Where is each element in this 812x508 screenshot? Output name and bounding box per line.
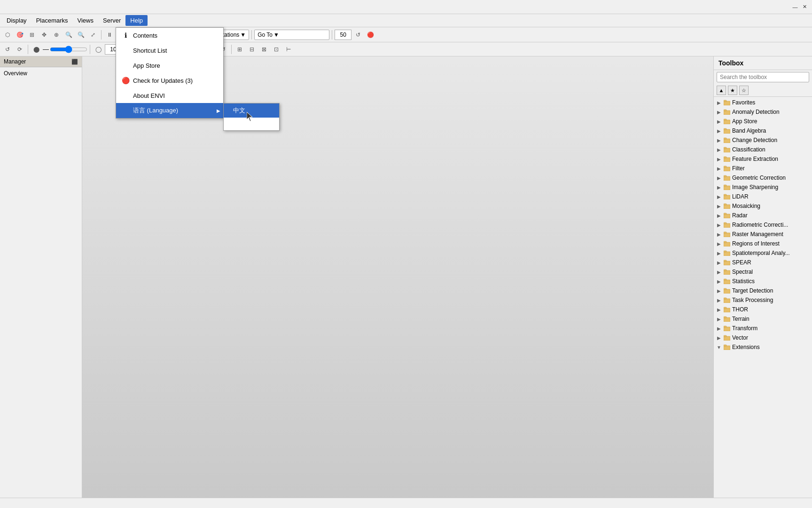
svg-rect-79	[724, 346, 730, 350]
svg-rect-41	[724, 222, 726, 224]
menu-server[interactable]: Server	[98, 15, 125, 26]
tree-expand-icon: ▶	[716, 175, 722, 181]
toolbox-item-spear[interactable]: ▶ SPEAR	[714, 258, 812, 267]
toolbar2-slider[interactable]	[50, 46, 87, 53]
toolbox-item-band_algebra[interactable]: ▶ Band Algebra	[714, 126, 812, 135]
toolbox-item-anomaly[interactable]: ▶ Anomaly Detection	[714, 107, 812, 117]
svg-rect-20	[724, 157, 726, 158]
toolbar2-btn-9[interactable]: ⊡	[271, 44, 282, 55]
svg-rect-28	[724, 186, 730, 190]
folder-icon	[723, 212, 731, 219]
help-menu-contents[interactable]: ℹ Contents	[116, 28, 223, 43]
toolbox-expand-btn[interactable]: ▲	[717, 86, 726, 95]
svg-rect-38	[724, 213, 726, 214]
tree-expand-icon: ▶	[716, 297, 722, 303]
toolbox-search-input[interactable]	[717, 72, 809, 82]
language-chinese[interactable]: 中文	[224, 103, 279, 118]
help-menu-check-updates[interactable]: 🔴 Check for Updates (3)	[116, 73, 223, 88]
toolbar-btn-1[interactable]: ⬡	[2, 29, 13, 40]
toolbar-btn-8[interactable]: ⤢	[87, 29, 99, 40]
toolbar2-btn-4[interactable]: ◯	[93, 44, 104, 55]
refresh-btn-1[interactable]: ↺	[352, 29, 364, 40]
tree-item-label: Feature Extraction	[732, 156, 778, 162]
tree-expand-icon: ▶	[716, 316, 722, 322]
help-menu-shortcut-list[interactable]: Shortcut List	[116, 43, 223, 58]
about-label: About ENVI	[133, 92, 165, 99]
toolbox-item-vector[interactable]: ▶ Vector	[714, 333, 812, 342]
sep-4	[251, 30, 252, 40]
toolbox-item-raster_management[interactable]: ▶ Raster Management	[714, 230, 812, 239]
menu-help[interactable]: Help	[125, 15, 148, 26]
svg-rect-50	[724, 251, 726, 252]
toolbox-item-statistics[interactable]: ▶ Statistics	[714, 277, 812, 286]
updates-icon: 🔴	[121, 76, 130, 85]
svg-rect-22	[724, 167, 730, 171]
tree-expand-icon: ▶	[716, 99, 722, 106]
toolbox-item-favorites[interactable]: ▶ Favorites	[714, 98, 812, 107]
toolbar2-btn-6[interactable]: ⊞	[234, 44, 245, 55]
menu-views[interactable]: Views	[73, 15, 98, 26]
toolbox-item-regions_of_interest[interactable]: ▶ Regions of Interest	[714, 239, 812, 248]
toolbox-item-extensions[interactable]: ▼ Extensions	[714, 342, 812, 352]
toolbox-item-spectral[interactable]: ▶ Spectral	[714, 267, 812, 277]
minimize-button[interactable]: —	[791, 3, 799, 11]
close-button[interactable]: ✕	[801, 3, 808, 11]
toolbox-item-lidar[interactable]: ▶ LiDAR	[714, 192, 812, 201]
goto-dropdown[interactable]: Go To ▼	[254, 30, 329, 40]
toolbar-btn-14[interactable]: 🔴	[365, 29, 376, 40]
toolbox-collapse-btn[interactable]: ★	[728, 86, 737, 95]
svg-rect-46	[724, 242, 730, 246]
toolbar-btn-7[interactable]: 🔍	[75, 29, 86, 40]
svg-rect-10	[724, 129, 730, 134]
toolbox-item-mosaicking[interactable]: ▶ Mosaicking	[714, 201, 812, 211]
toolbox-item-task_processing[interactable]: ▶ Task Processing	[714, 295, 812, 305]
svg-rect-76	[724, 336, 730, 341]
toolbar2-btn-8[interactable]: ⊠	[258, 44, 270, 55]
folder-icon	[723, 183, 731, 191]
toolbox-item-appstore[interactable]: ▶ App Store	[714, 117, 812, 126]
toolbox-item-spatiotemporal[interactable]: ▶ Spatiotemporal Analy...	[714, 248, 812, 258]
sep-1	[101, 30, 102, 40]
toolbox-item-thor[interactable]: ▶ THOR	[714, 305, 812, 314]
toolbar2-btn-7[interactable]: ⊟	[246, 44, 258, 55]
tree-item-label: LiDAR	[732, 193, 749, 200]
toolbox-item-feature_extraction[interactable]: ▶ Feature Extraction	[714, 154, 812, 164]
help-menu-app-store[interactable]: App Store	[116, 58, 223, 73]
menu-display[interactable]: Display	[2, 15, 31, 26]
toolbox-item-target_detection[interactable]: ▶ Target Detection	[714, 286, 812, 295]
language-english[interactable]: English	[224, 118, 279, 130]
window-controls[interactable]: — ✕	[791, 3, 808, 11]
toolbar-btn-6[interactable]: 🔍	[63, 29, 74, 40]
toolbar-btn-9[interactable]: ⏸	[104, 29, 115, 40]
toolbox-item-terrain[interactable]: ▶ Terrain	[714, 314, 812, 324]
help-menu-language[interactable]: 语言 (Language) ▶ 中文 English	[116, 103, 223, 118]
folder-icon	[723, 240, 731, 247]
toolbox-item-transform[interactable]: ▶ Transform	[714, 324, 812, 333]
toolbox-star-btn[interactable]: ☆	[739, 86, 749, 95]
toolbox-item-classification[interactable]: ▶ Classification	[714, 145, 812, 154]
toolbox-item-geometric_correction[interactable]: ▶ Geometric Correction	[714, 173, 812, 183]
toolbar-btn-3[interactable]: ⊞	[26, 29, 38, 40]
help-menu-about-envi[interactable]: About ENVI	[116, 88, 223, 103]
toolbar2-btn-3[interactable]: ⬤	[31, 44, 42, 55]
menu-placemarks[interactable]: Placemarks	[31, 15, 73, 26]
tree-expand-icon: ▼	[716, 344, 722, 350]
toolbox-item-change_detection[interactable]: ▶ Change Detection	[714, 135, 812, 145]
toolbox-item-radiometric_correction[interactable]: ▶ Radiometric Correcti...	[714, 220, 812, 230]
toolbar-btn-2[interactable]: 🎯	[14, 29, 25, 40]
svg-rect-34	[724, 205, 730, 209]
tree-item-label: App Store	[732, 118, 757, 125]
zoom-input-1[interactable]	[335, 30, 351, 40]
toolbar-btn-4[interactable]: ✥	[39, 29, 50, 40]
manager-icon[interactable]: ⬛	[71, 59, 78, 65]
toolbox-item-radar[interactable]: ▶ Radar	[714, 211, 812, 220]
tree-item-label: Regions of Interest	[732, 240, 780, 247]
toolbar2-btn-1[interactable]: ↺	[2, 44, 13, 55]
toolbox-item-filter[interactable]: ▶ Filter	[714, 164, 812, 173]
svg-rect-1	[724, 101, 730, 105]
toolbar2-btn-2[interactable]: ⟳	[14, 44, 25, 55]
tree-expand-icon: ▶	[716, 278, 722, 285]
toolbox-item-image_sharpening[interactable]: ▶ Image Sharpening	[714, 183, 812, 192]
toolbar-btn-5[interactable]: ⊕	[51, 29, 62, 40]
toolbar2-btn-10[interactable]: ⊢	[283, 44, 294, 55]
